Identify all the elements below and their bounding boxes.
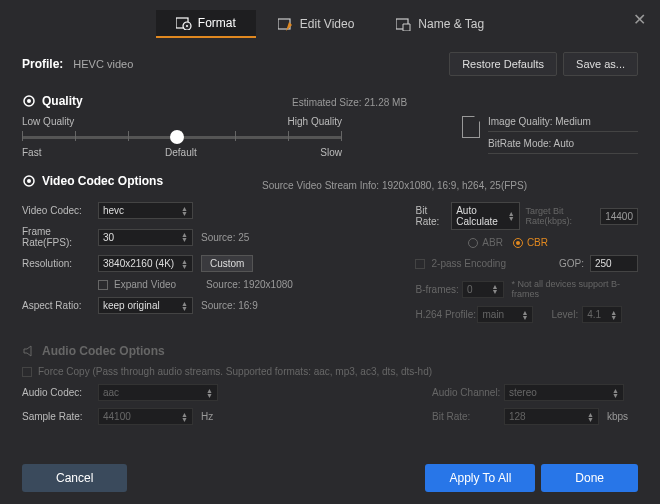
twopass-label: 2-pass Encoding bbox=[431, 258, 506, 269]
cancel-button[interactable]: Cancel bbox=[22, 464, 127, 492]
quality-slider[interactable] bbox=[22, 131, 342, 141]
sample-rate-select[interactable]: 44100▲▼ bbox=[98, 408, 193, 425]
quality-heading: Quality bbox=[22, 94, 262, 108]
tag-icon bbox=[396, 17, 412, 31]
audio-codec-select[interactable]: aac▲▼ bbox=[98, 384, 218, 401]
audio-bitrate-select[interactable]: 128▲▼ bbox=[504, 408, 599, 425]
tab-name[interactable]: Name & Tag bbox=[376, 10, 504, 38]
speaker-icon bbox=[22, 344, 36, 358]
format-icon bbox=[176, 16, 192, 30]
preview-info: Image Quality: Medium BitRate Mode: Auto bbox=[462, 116, 638, 160]
audio-bitrate-label: Bit Rate: bbox=[432, 411, 504, 422]
aspect-select[interactable]: keep original▲▼ bbox=[98, 297, 193, 314]
restore-defaults-button[interactable]: Restore Defaults bbox=[449, 52, 557, 76]
bitrate-select[interactable]: Auto Calculate▲▼ bbox=[451, 202, 519, 230]
gear-icon bbox=[22, 94, 36, 108]
bframes-select: 0▲▼ bbox=[462, 281, 504, 298]
abr-label: ABR bbox=[482, 237, 503, 248]
target-bitrate-label: Target Bit Rate(kbps): bbox=[526, 206, 597, 226]
gop-label: GOP: bbox=[559, 258, 584, 269]
footer: Cancel Apply To All Done bbox=[0, 452, 660, 504]
low-quality-label: Low Quality bbox=[22, 116, 74, 127]
sample-rate-label: Sample Rate: bbox=[22, 411, 98, 422]
resolution-select[interactable]: 3840x2160 (4K)▲▼ bbox=[98, 255, 193, 272]
profile-label: Profile: bbox=[22, 57, 63, 71]
svg-point-2 bbox=[186, 25, 188, 27]
resolution-source: Source: 1920x1080 bbox=[206, 279, 293, 290]
fps-label: Frame Rate(FPS): bbox=[22, 226, 98, 248]
level-label: Level: bbox=[551, 309, 578, 320]
tab-format-label: Format bbox=[198, 16, 236, 30]
tab-format[interactable]: Format bbox=[156, 10, 256, 38]
tab-name-label: Name & Tag bbox=[418, 17, 484, 31]
target-bitrate-input[interactable]: 14400 bbox=[600, 208, 638, 225]
audio-codec-heading: Audio Codec Options bbox=[22, 344, 638, 358]
profile-row: Profile: HEVC video Restore Defaults Sav… bbox=[22, 52, 638, 76]
abr-radio[interactable] bbox=[468, 238, 478, 248]
close-icon[interactable]: ✕ bbox=[633, 10, 646, 29]
image-quality-info: Image Quality: Medium bbox=[488, 116, 638, 132]
level-select: 4.1▲▼ bbox=[582, 306, 622, 323]
default-label: Default bbox=[165, 147, 197, 158]
audio-channel-select[interactable]: stereo▲▼ bbox=[504, 384, 624, 401]
video-codec-select[interactable]: hevc▲▼ bbox=[98, 202, 193, 219]
hz-label: Hz bbox=[201, 411, 213, 422]
slider-thumb[interactable] bbox=[170, 130, 184, 144]
resolution-label: Resolution: bbox=[22, 258, 98, 269]
audio-codec-label: Audio Codec: bbox=[22, 387, 98, 398]
force-copy-label: Force Copy (Pass through audio streams. … bbox=[38, 366, 432, 377]
kbps-label: kbps bbox=[607, 411, 628, 422]
bframes-note: * Not all devices support B-frames bbox=[512, 279, 638, 299]
tab-edit[interactable]: Edit Video bbox=[258, 10, 375, 38]
fps-select[interactable]: 30▲▼ bbox=[98, 229, 193, 246]
source-video-info: Source Video Stream Info: 1920x1080, 16:… bbox=[262, 180, 527, 191]
gop-input[interactable]: 250 bbox=[590, 255, 638, 272]
aspect-label: Aspect Ratio: bbox=[22, 300, 98, 311]
save-as-button[interactable]: Save as... bbox=[563, 52, 638, 76]
estimated-size: Estimated Size: 21.28 MB bbox=[292, 97, 407, 108]
bframes-label: B-frames: bbox=[415, 284, 461, 295]
video-codec-label: Video Codec: bbox=[22, 205, 98, 216]
audio-channel-label: Audio Channel: bbox=[432, 387, 504, 398]
twopass-checkbox[interactable] bbox=[415, 259, 425, 269]
gear-icon bbox=[22, 174, 36, 188]
custom-button[interactable]: Custom bbox=[201, 255, 253, 272]
bitrate-label: Bit Rate: bbox=[415, 205, 451, 227]
tabs: Format Edit Video Name & Tag ✕ bbox=[0, 0, 660, 38]
bitrate-mode-info: BitRate Mode: Auto bbox=[488, 138, 638, 154]
expand-video-checkbox[interactable] bbox=[98, 280, 108, 290]
force-copy-checkbox[interactable] bbox=[22, 367, 32, 377]
slow-label: Slow bbox=[320, 147, 342, 158]
fast-label: Fast bbox=[22, 147, 41, 158]
profile-name: HEVC video bbox=[73, 58, 133, 70]
apply-to-all-button[interactable]: Apply To All bbox=[425, 464, 535, 492]
done-button[interactable]: Done bbox=[541, 464, 638, 492]
page-icon bbox=[462, 116, 480, 138]
svg-point-8 bbox=[27, 179, 31, 183]
aspect-source: Source: 16:9 bbox=[201, 300, 258, 311]
expand-video-label: Expand Video bbox=[114, 279, 176, 290]
h264-profile-label: H.264 Profile: bbox=[415, 309, 477, 320]
svg-point-6 bbox=[27, 99, 31, 103]
cbr-label: CBR bbox=[527, 237, 548, 248]
tab-edit-label: Edit Video bbox=[300, 17, 355, 31]
video-codec-heading: Video Codec Options bbox=[22, 174, 242, 188]
fps-source: Source: 25 bbox=[201, 232, 249, 243]
h264-profile-select: main▲▼ bbox=[477, 306, 533, 323]
cbr-radio[interactable] bbox=[513, 238, 523, 248]
edit-icon bbox=[278, 17, 294, 31]
high-quality-label: High Quality bbox=[288, 116, 342, 127]
